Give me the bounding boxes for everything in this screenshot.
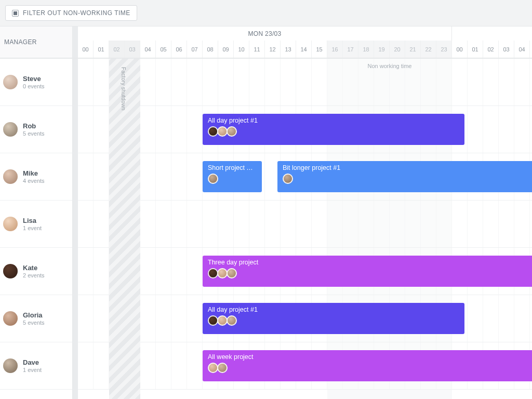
- event-title: All day project #1: [208, 306, 459, 313]
- manager-event-count: 1 event: [23, 367, 42, 373]
- avatar: [3, 264, 18, 278]
- hour-header-cell: 04: [140, 41, 156, 58]
- event-bar[interactable]: All week project: [203, 350, 532, 381]
- hour-header-cell: 07: [187, 41, 203, 58]
- hour-header-cell: 09: [218, 41, 234, 58]
- manager-name: Kate: [23, 264, 45, 272]
- date-header: MON 23/03: [78, 26, 452, 41]
- hour-header-cell: 05: [156, 41, 171, 58]
- event-attendees: [208, 174, 257, 184]
- event-bar[interactable]: Short project …: [203, 161, 262, 192]
- manager-row[interactable]: Lisa1 event: [0, 201, 72, 248]
- manager-event-count: 1 event: [23, 225, 42, 231]
- attendee-avatar: [283, 174, 293, 184]
- avatar: [3, 217, 18, 231]
- column-splitter[interactable]: [73, 59, 78, 399]
- manager-event-count: 5 events: [23, 320, 45, 326]
- hour-header-cell: 02: [109, 41, 125, 58]
- hour-header-cell: 04: [514, 41, 530, 58]
- manager-column-header: MANAGER: [0, 26, 73, 59]
- hour-header-cell: 14: [296, 41, 312, 58]
- manager-row[interactable]: Dave1 event: [0, 342, 72, 390]
- checkbox-icon: [12, 10, 19, 17]
- manager-row[interactable]: Steve0 events: [0, 59, 72, 106]
- hour-header-cell: 18: [358, 41, 374, 58]
- hour-header-cell: 11: [249, 41, 265, 58]
- avatar: [3, 75, 18, 89]
- timeline-header: MON 23/03 000102030405060708091011121314…: [78, 26, 532, 59]
- manager-row[interactable]: Rob5 events: [0, 106, 72, 153]
- event-bar[interactable]: All day project #1: [203, 303, 464, 334]
- shutdown-label: Factory shutdown: [121, 67, 126, 111]
- hour-header-cell: 03: [125, 41, 140, 58]
- attendee-avatar: [227, 126, 237, 137]
- event-title: All week project: [208, 353, 532, 361]
- toolbar: FILTER OUT NON-WORKING TIME: [0, 0, 532, 26]
- hour-header-cell: 19: [374, 41, 390, 58]
- manager-event-count: 5 events: [23, 130, 45, 137]
- attendee-avatar: [217, 315, 228, 326]
- hour-header-cell: 23: [436, 41, 452, 58]
- hour-header-cell: 00: [452, 41, 468, 58]
- event-attendees: [208, 315, 459, 326]
- manager-row[interactable]: Kate2 events: [0, 248, 72, 295]
- hour-header-cell: 15: [312, 41, 327, 58]
- avatar: [3, 358, 18, 373]
- avatar: [3, 311, 18, 326]
- manager-event-count: 0 events: [23, 83, 45, 89]
- manager-event-count: 4 events: [23, 178, 45, 184]
- attendee-avatar: [208, 363, 218, 373]
- manager-name: Mike: [23, 169, 45, 177]
- event-attendees: [208, 363, 532, 373]
- event-attendees: [208, 126, 459, 137]
- event-title: Short project …: [208, 164, 257, 171]
- hour-header-cell: 12: [265, 41, 281, 58]
- manager-name: Dave: [23, 358, 42, 366]
- hour-header-cell: 13: [281, 41, 296, 58]
- manager-name: Steve: [23, 75, 45, 83]
- hour-header-cell: 00: [78, 41, 94, 58]
- event-bar[interactable]: Three day project: [203, 256, 532, 287]
- hour-header-cell: 01: [94, 41, 109, 58]
- event-title: Three day project: [208, 259, 532, 266]
- filter-nonworking-button[interactable]: FILTER OUT NON-WORKING TIME: [5, 5, 137, 21]
- attendee-avatar: [208, 268, 218, 278]
- hour-header-cell: 20: [390, 41, 405, 58]
- avatar: [3, 122, 18, 137]
- hour-header-cell: 17: [343, 41, 358, 58]
- attendee-avatar: [208, 174, 218, 184]
- timeline-row[interactable]: [78, 201, 532, 248]
- date-header-next: [452, 26, 532, 41]
- event-bar[interactable]: Bit longer project #1: [277, 161, 532, 192]
- hour-header-cell: 08: [203, 41, 218, 58]
- event-title: All day project #1: [208, 117, 459, 124]
- attendee-avatar: [208, 315, 218, 326]
- attendee-avatar: [227, 315, 237, 326]
- avatar: [3, 169, 18, 184]
- event-attendees: [283, 174, 532, 184]
- hour-header-cell: 10: [234, 41, 249, 58]
- attendee-avatar: [217, 363, 228, 373]
- hour-header-cell: 01: [468, 41, 483, 58]
- attendee-avatar: [227, 268, 237, 278]
- event-title: Bit longer project #1: [283, 164, 532, 171]
- event-bar[interactable]: All day project #1: [203, 114, 464, 145]
- hour-header-cell: 16: [327, 41, 343, 58]
- hour-header-cell: 03: [499, 41, 514, 58]
- manager-name: Gloria: [23, 311, 45, 319]
- column-splitter[interactable]: [73, 26, 78, 59]
- attendee-avatar: [217, 268, 228, 278]
- attendee-avatar: [208, 126, 218, 137]
- hour-header-cell: 06: [171, 41, 187, 58]
- hour-header-cell: 21: [405, 41, 421, 58]
- hour-header-cell: 02: [483, 41, 499, 58]
- event-attendees: [208, 268, 532, 278]
- timeline-row[interactable]: [78, 59, 532, 106]
- manager-row[interactable]: Mike4 events: [0, 153, 72, 201]
- manager-name: Rob: [23, 122, 45, 130]
- manager-list: Steve0 eventsRob5 eventsMike4 eventsLisa…: [0, 59, 73, 399]
- hour-header-row: 0001020304050607080910111213141516171819…: [78, 41, 532, 58]
- manager-row[interactable]: Gloria5 events: [0, 295, 72, 342]
- timeline-body[interactable]: Factory shutdown Non working time All da…: [78, 59, 532, 399]
- manager-name: Lisa: [23, 217, 42, 224]
